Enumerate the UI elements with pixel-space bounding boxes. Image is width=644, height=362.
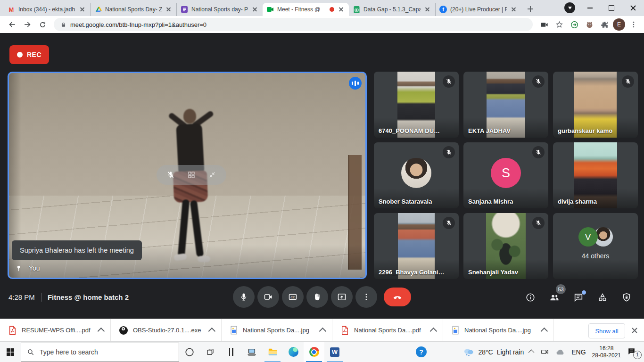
download-menu-chevron[interactable] [208, 328, 216, 335]
screen: M Inbox (344) - ekta.jadh National Sport… [0, 0, 644, 362]
muted-mic-icon [622, 75, 634, 88]
media-controls-button[interactable] [564, 2, 575, 13]
extensions-puzzle-icon[interactable] [598, 18, 611, 31]
chrome-icon[interactable] [304, 342, 324, 362]
present-screen-button[interactable] [331, 286, 353, 308]
close-downloads-bar-icon[interactable] [629, 325, 640, 336]
this-pc-icon[interactable] [241, 342, 262, 362]
download-menu-chevron[interactable] [430, 328, 438, 335]
task-view-button[interactable] [200, 342, 221, 362]
meeting-details-button[interactable] [524, 291, 537, 304]
participant-tile-snober[interactable]: Snober Sataravala [374, 142, 459, 208]
browser-toolbar: meet.google.com/btb-fnup-mxp?pli=1&authu… [0, 16, 644, 33]
activities-button[interactable] [596, 291, 609, 304]
download-item[interactable]: National Sports Da....pdf [332, 319, 443, 341]
participant-tile-poonam[interactable]: 6740_POONAM DU… [374, 72, 459, 138]
hidden-icons-chevron[interactable] [528, 350, 535, 356]
raise-hand-button[interactable] [306, 286, 328, 308]
weather-temp: 28°C [478, 348, 493, 356]
camera-indicator-icon[interactable] [537, 18, 551, 31]
download-menu-chevron[interactable] [541, 328, 548, 335]
reload-button[interactable] [36, 18, 49, 31]
download-item[interactable]: OBS-Studio-27.0.1....exe [111, 319, 222, 341]
taskbar-search-input[interactable]: Type here to search [21, 343, 179, 362]
tab-facebook[interactable]: f (20+) Live Producer | F [435, 3, 521, 16]
help-icon[interactable]: ? [416, 346, 427, 357]
cortana-button[interactable] [179, 342, 200, 362]
browser-tab-strip: M Inbox (344) - ekta.jadh National Sport… [0, 0, 644, 16]
meeting-clock: 4:28 PM [8, 293, 35, 301]
extension-arrow-icon[interactable] [568, 18, 581, 31]
download-menu-chevron[interactable] [319, 328, 327, 335]
participant-tile-gurbanskaur[interactable]: gurbanskaur kamo [553, 72, 638, 138]
url-text: meet.google.com/btb-fnup-mxp?pli=1&authu… [70, 21, 206, 28]
close-tab-icon[interactable] [424, 6, 431, 13]
leave-call-button[interactable] [384, 288, 411, 306]
host-controls-button[interactable] [620, 291, 633, 304]
tab-meet-active[interactable]: Meet - Fitness @ [263, 3, 349, 16]
weather-widget[interactable]: 28°C Light rain [463, 347, 524, 356]
participant-name: gurbanskaur kamo [558, 127, 612, 134]
language-indicator[interactable]: ENG [571, 348, 586, 356]
extension-owl-icon[interactable] [583, 18, 596, 31]
tab-sheets[interactable]: Data Gap - 5.1.3_Capa [349, 3, 435, 16]
close-tab-icon[interactable] [251, 6, 259, 13]
participants-button[interactable]: 53 [548, 291, 561, 304]
close-tab-icon[interactable] [79, 6, 86, 13]
participant-tile-snehanjali[interactable]: Snehanjali Yadav [463, 213, 548, 279]
obs-icon [119, 326, 128, 335]
participant-tile-divija[interactable]: divija sharma [553, 142, 638, 208]
onedrive-icon[interactable] [555, 349, 565, 355]
tile-hover-controls [157, 165, 226, 185]
sheets-icon [353, 6, 360, 13]
captions-button[interactable]: CC [282, 286, 304, 308]
pin-icon[interactable] [15, 265, 22, 272]
forward-button[interactable] [21, 18, 34, 31]
pinned-app-pipes-icon[interactable] [221, 342, 241, 362]
window-minimize-button[interactable] [579, 0, 601, 16]
chat-button[interactable] [572, 291, 585, 304]
mic-button[interactable] [233, 286, 255, 308]
muted-mic-icon [443, 217, 455, 229]
tab-forms[interactable]: National Sports day- P [176, 3, 263, 16]
file-explorer-icon[interactable] [262, 342, 283, 362]
more-options-button[interactable] [355, 286, 377, 308]
show-all-downloads-button[interactable]: Show all [588, 323, 625, 338]
meet-now-icon[interactable] [540, 347, 549, 356]
bookmark-star-icon[interactable] [553, 18, 566, 31]
tab-gmail[interactable]: M Inbox (344) - ekta.jadh [4, 3, 90, 16]
start-button[interactable] [0, 342, 21, 362]
download-item[interactable]: National Sports Da....jpg [222, 319, 332, 341]
download-item[interactable]: RESUME-WPS Offi....pdf [0, 319, 111, 341]
meet-main-area: REC Supriya Bhalerao [0, 33, 644, 319]
close-tab-icon[interactable] [338, 6, 345, 13]
notification-center-button[interactable]: 1 [627, 347, 638, 357]
participant-tile-others[interactable]: V 44 others [553, 213, 638, 279]
participant-tile-sanjana[interactable]: S Sanjana Mishra [463, 142, 548, 208]
new-tab-button[interactable] [524, 3, 537, 15]
participant-name: Snehanjali Yadav [468, 269, 518, 276]
address-bar[interactable]: meet.google.com/btb-fnup-mxp?pli=1&authu… [54, 18, 533, 31]
unpin-grid-icon[interactable] [187, 171, 196, 179]
profile-avatar[interactable]: E [613, 18, 625, 31]
taskbar-clock[interactable]: 16:28 28-08-2021 [592, 345, 621, 359]
participant-tile-bhavya[interactable]: 2296_Bhavya Golani… [374, 213, 459, 279]
window-maximize-button[interactable] [601, 0, 622, 16]
participant-name: EKTA JADHAV [468, 127, 511, 134]
close-tab-icon[interactable] [510, 6, 518, 13]
download-item[interactable]: National Sports Da....jpg [443, 319, 554, 341]
participants-count-badge: 53 [556, 284, 566, 294]
download-menu-chevron[interactable] [98, 328, 105, 335]
tab-drive[interactable]: National Sports Day- Z [90, 3, 176, 16]
minimize-tile-icon[interactable] [208, 171, 216, 179]
muted-mic-icon [532, 217, 545, 229]
browser-menu-kebab-icon[interactable] [627, 18, 640, 31]
close-tab-icon[interactable] [165, 6, 173, 13]
back-button[interactable] [6, 18, 19, 31]
camera-button[interactable] [257, 286, 279, 308]
edge-icon[interactable] [283, 342, 304, 362]
main-video-tile[interactable]: Supriya Bhalerao has left the meeting Yo… [8, 72, 367, 279]
participant-tile-ekta[interactable]: EKTA JADHAV [463, 72, 548, 138]
word-icon[interactable]: W [324, 342, 345, 362]
window-close-button[interactable] [622, 0, 644, 16]
